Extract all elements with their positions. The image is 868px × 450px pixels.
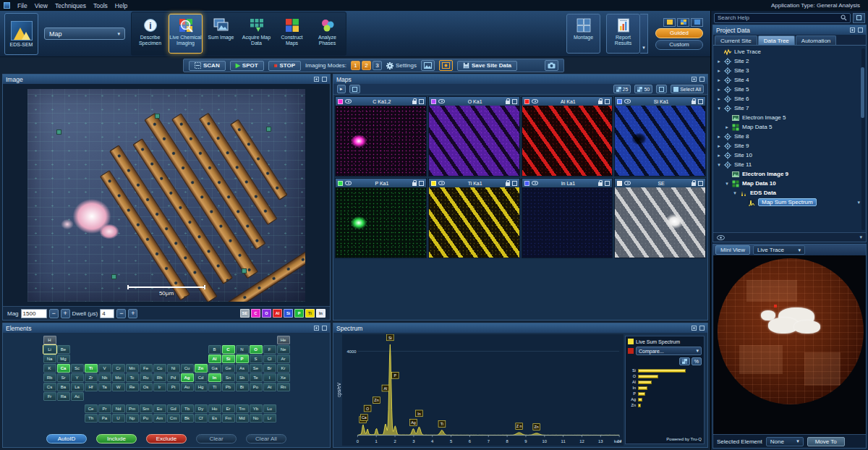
element-cell-gd[interactable]: Gd xyxy=(167,404,180,413)
sum-image-button[interactable]: Sum Image xyxy=(204,14,238,54)
element-cell-tc[interactable]: Tc xyxy=(126,373,139,382)
exclude-button[interactable]: Exclude xyxy=(146,434,187,443)
clear-all-button[interactable]: Clear All xyxy=(246,434,286,443)
element-cell-fr[interactable]: Fr xyxy=(43,392,56,401)
element-cell-ho[interactable]: Ho xyxy=(208,404,221,413)
element-cell-ru[interactable]: Ru xyxy=(140,373,153,382)
element-cell-f[interactable]: F xyxy=(263,345,276,354)
tree-item-site-4[interactable]: ▸Site 4 xyxy=(713,75,866,85)
tree-item-site-5[interactable]: ▸Site 5 xyxy=(713,85,866,94)
element-cell-cm[interactable]: Cm xyxy=(167,414,180,423)
element-cell-re[interactable]: Re xyxy=(126,383,139,391)
stop-button[interactable]: ■STOP xyxy=(268,61,301,71)
element-cell-be[interactable]: Be xyxy=(57,345,70,354)
element-cell-ac[interactable]: Ac xyxy=(71,392,84,401)
element-cell-nb[interactable]: Nb xyxy=(98,373,111,382)
describe-specimen-button[interactable]: iDescribe Specimen xyxy=(133,14,167,54)
element-cell-si[interactable]: Si xyxy=(222,355,235,363)
expander-icon[interactable]: ▸ xyxy=(724,124,730,130)
element-cell-zn[interactable]: Zn xyxy=(195,364,208,373)
element-cell-am[interactable]: Am xyxy=(153,414,166,423)
element-cell-mo[interactable]: Mo xyxy=(112,373,125,382)
lock-icon[interactable] xyxy=(412,182,417,186)
expand-icon[interactable] xyxy=(512,181,517,186)
element-cell-te[interactable]: Te xyxy=(250,373,263,382)
expand-icon[interactable] xyxy=(605,181,610,186)
menu-view[interactable]: View xyxy=(31,2,51,9)
element-cell-al[interactable]: Al xyxy=(208,355,221,363)
element-cell-er[interactable]: Er xyxy=(222,404,235,413)
dwell-input[interactable] xyxy=(100,309,114,318)
element-cell-rh[interactable]: Rh xyxy=(153,373,166,382)
map-header-p-ka1[interactable]: P Ka1 xyxy=(336,179,426,187)
element-cell-sn[interactable]: Sn xyxy=(222,373,235,382)
visibility-icon[interactable] xyxy=(624,99,631,103)
element-cell-es[interactable]: Es xyxy=(208,414,221,423)
expand-icon[interactable] xyxy=(605,99,610,104)
settings-button[interactable]: Settings xyxy=(386,62,417,69)
panel-maximize-icon[interactable] xyxy=(699,326,705,331)
lock-icon[interactable] xyxy=(692,101,696,104)
layout-chip-blue-icon[interactable] xyxy=(691,18,703,27)
element-cell-ce[interactable]: Ce xyxy=(85,404,98,413)
overlay-toggle-c[interactable]: C xyxy=(251,309,260,318)
tree-item-electron-image-5[interactable]: Electron Image 5 xyxy=(713,113,866,122)
overlay-toggle-p[interactable]: P xyxy=(294,309,304,318)
element-cell-pa[interactable]: Pa xyxy=(98,414,111,423)
element-cell-ba[interactable]: Ba xyxy=(57,383,70,391)
element-cell-ca[interactable]: Ca xyxy=(57,364,70,373)
single-view-button[interactable] xyxy=(656,85,667,93)
analyze-phases-button[interactable]: Analyze Phases xyxy=(310,14,344,54)
element-cell-kr[interactable]: Kr xyxy=(277,364,290,373)
panel-restore-icon[interactable] xyxy=(314,77,319,82)
element-cell-sc[interactable]: Sc xyxy=(71,364,84,373)
construct-maps-button[interactable]: Construct Maps xyxy=(275,14,309,54)
map-header-se[interactable]: SE xyxy=(615,179,705,187)
overlay-toggle-ti[interactable]: Ti xyxy=(305,309,315,318)
element-cell-zr[interactable]: Zr xyxy=(85,373,98,382)
grid-50-button[interactable]: 50 xyxy=(634,85,652,93)
element-cell-th[interactable]: Th xyxy=(85,414,98,423)
map-header-al-ka1[interactable]: Al Ka1 xyxy=(522,97,613,106)
element-cell-y[interactable]: Y xyxy=(71,373,84,382)
element-cell-pb[interactable]: Pb xyxy=(222,383,235,391)
tree-item-site-7[interactable]: ▾Site 7 xyxy=(713,103,866,113)
snapshot-button[interactable] xyxy=(545,60,558,71)
panel-restore-icon[interactable] xyxy=(314,326,319,331)
tree-item-electron-image-9[interactable]: Electron Image 9 xyxy=(713,169,866,179)
map-image-in-la1[interactable] xyxy=(522,187,613,258)
element-cell-hf[interactable]: Hf xyxy=(85,383,98,391)
visibility-icon[interactable] xyxy=(532,181,538,185)
element-cell-cu[interactable]: Cu xyxy=(181,364,194,373)
autoid-button[interactable]: AutoID xyxy=(46,434,87,443)
element-cell-s[interactable]: S xyxy=(250,355,263,363)
element-cell-tm[interactable]: Tm xyxy=(236,404,249,413)
tree-item-map-sum-spectrum[interactable]: Map Sum Spectrum▾ xyxy=(713,198,866,207)
element-cell-i[interactable]: I xyxy=(263,373,276,382)
panel-maximize-icon[interactable] xyxy=(322,77,327,82)
tree-item-site-9[interactable]: ▸Site 9 xyxy=(713,141,866,150)
expand-icon[interactable] xyxy=(512,99,517,104)
element-cell-lu[interactable]: Lu xyxy=(263,404,276,413)
element-cell-la[interactable]: La xyxy=(71,383,84,391)
map-image-si-ka1[interactable] xyxy=(615,106,705,176)
element-cell-k[interactable]: K xyxy=(43,364,56,373)
element-cell-np[interactable]: Np xyxy=(126,414,139,423)
element-cell-bi[interactable]: Bi xyxy=(236,383,249,391)
element-cell-nd[interactable]: Nd xyxy=(112,404,125,413)
tree-item-site-6[interactable]: ▸Site 6 xyxy=(713,94,866,103)
element-cell-mg[interactable]: Mg xyxy=(57,355,70,363)
map-header-ti-ka1[interactable]: Ti Ka1 xyxy=(429,179,519,187)
expander-icon[interactable]: ▸ xyxy=(716,68,722,74)
element-cell-he[interactable]: He xyxy=(277,336,290,344)
map-image-ti-ka1[interactable] xyxy=(429,187,519,258)
tree-item-live-trace[interactable]: Live Trace xyxy=(713,47,866,56)
element-cell-ta[interactable]: Ta xyxy=(98,383,111,391)
tree-item-map-data-10[interactable]: ▾Map Data 10 xyxy=(713,179,866,188)
element-cell-os[interactable]: Os xyxy=(140,383,153,391)
mag-decrease-button[interactable]: − xyxy=(49,309,59,318)
element-cell-bk[interactable]: Bk xyxy=(181,414,194,423)
visibility-icon[interactable] xyxy=(345,99,352,103)
menu-tools[interactable]: Tools xyxy=(90,2,111,9)
menu-help[interactable]: Help xyxy=(111,2,131,9)
